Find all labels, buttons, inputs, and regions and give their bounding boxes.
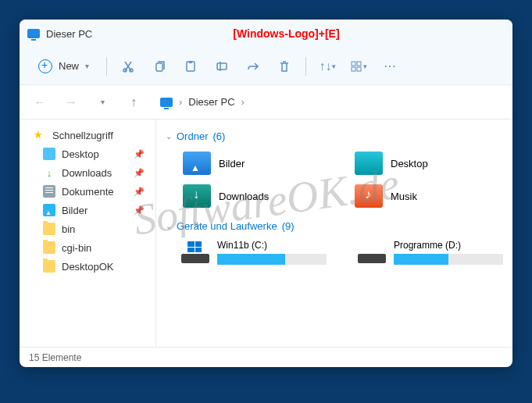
this-pc-icon — [27, 29, 40, 38]
svg-rect-4 — [189, 61, 192, 63]
sidebar-item-label: Bilder — [62, 205, 87, 216]
separator — [305, 57, 306, 76]
sort-button[interactable]: ↑↓▾ — [314, 53, 341, 80]
svg-rect-7 — [352, 62, 355, 66]
folder-bilder[interactable]: Bilder — [181, 150, 322, 177]
sidebar-quick-access[interactable]: ★ Schnellzugriff — [20, 126, 155, 144]
explorer-window: Dieser PC [Windows-Logo]+[E] New ▾ ↑↓▾ ▾… — [20, 20, 512, 367]
drive-usage-bar — [394, 254, 503, 265]
pin-icon: 📌 — [134, 187, 145, 197]
drive-icon — [358, 240, 386, 263]
star-icon: ★ — [34, 129, 46, 141]
sidebar-item-label: bin — [62, 223, 75, 235]
sidebar-item-label: Schnellzugriff — [52, 130, 113, 141]
content-area: ★ Schnellzugriff Desktop 📌 ↓ Downloads 📌… — [20, 119, 512, 347]
section-label: Ordner — [177, 130, 208, 142]
cut-button[interactable] — [115, 53, 141, 80]
back-button[interactable]: ← — [29, 91, 51, 113]
drive-c[interactable]: Win11b (C:) — [181, 240, 327, 265]
folder-label: Downloads — [219, 191, 269, 202]
chevron-right-icon: › — [179, 96, 182, 108]
sidebar-item-pictures[interactable]: Bilder 📌 — [20, 201, 155, 219]
this-pc-icon — [160, 98, 173, 107]
breadcrumb-location: Dieser PC — [188, 96, 234, 108]
sidebar-item-label: Desktop — [62, 148, 99, 160]
folder-downloads[interactable]: Downloads — [181, 183, 322, 209]
recent-dropdown[interactable]: ▾ — [91, 91, 113, 113]
section-label: Geräte und Laufwerke — [177, 220, 277, 232]
share-button[interactable] — [240, 53, 266, 80]
drive-label: Programme (D:) — [394, 240, 503, 251]
up-button[interactable]: ↑ — [123, 91, 145, 113]
separator — [106, 57, 107, 76]
drives-grid: Win11b (C:) Programme (D:) — [166, 237, 503, 265]
svg-rect-5 — [217, 63, 227, 70]
plus-icon — [38, 59, 52, 73]
folder-musik[interactable]: Musik — [353, 183, 494, 209]
folder-label: Desktop — [391, 158, 428, 169]
window-title: Dieser PC — [46, 28, 92, 40]
drive-usage-bar — [217, 254, 327, 265]
delete-button[interactable] — [271, 53, 298, 80]
music-folder-icon — [355, 184, 383, 208]
pictures-icon — [43, 204, 55, 216]
folder-icon — [43, 241, 55, 254]
rename-button[interactable] — [209, 53, 235, 80]
chevron-down-icon: ⌄ — [166, 222, 172, 230]
sidebar-item-label: Downloads — [62, 167, 112, 179]
section-folders-header[interactable]: ⌄ Ordner (6) — [166, 126, 503, 147]
forward-button[interactable]: → — [60, 91, 82, 113]
new-button[interactable]: New ▾ — [29, 55, 98, 78]
desktop-icon — [43, 148, 55, 160]
chevron-down-icon: ⌄ — [166, 132, 172, 141]
folders-grid: Bilder Desktop Downloads Musik — [166, 147, 503, 216]
sidebar-item-documents[interactable]: Dokumente 📌 — [20, 182, 155, 201]
more-button[interactable]: ⋯ — [377, 53, 403, 80]
section-count: (9) — [282, 220, 295, 232]
download-icon: ↓ — [43, 166, 55, 179]
sidebar-item-desktop[interactable]: Desktop 📌 — [20, 144, 155, 163]
folder-icon — [43, 223, 55, 235]
sidebar-item-cgi-bin[interactable]: cgi-bin — [20, 238, 155, 257]
folder-desktop[interactable]: Desktop — [353, 150, 494, 177]
pin-icon: 📌 — [134, 168, 145, 178]
svg-rect-10 — [357, 67, 361, 71]
drive-icon — [181, 240, 209, 263]
item-count: 15 Elemente — [29, 352, 81, 363]
desktop-folder-icon — [355, 152, 383, 175]
sidebar: ★ Schnellzugriff Desktop 📌 ↓ Downloads 📌… — [20, 119, 156, 347]
copy-button[interactable] — [146, 53, 173, 80]
main-pane: ⌄ Ordner (6) Bilder Desktop Downloads — [156, 119, 512, 347]
sidebar-item-label: Dokumente — [62, 186, 113, 198]
folder-label: Bilder — [219, 158, 245, 169]
folder-icon — [43, 260, 55, 273]
section-count: (6) — [212, 130, 225, 142]
hotkey-annotation: [Windows-Logo]+[E] — [233, 27, 339, 40]
breadcrumb[interactable]: › Dieser PC › — [160, 96, 245, 108]
section-drives-header[interactable]: ⌄ Geräte und Laufwerke (9) — [166, 216, 503, 237]
sidebar-item-downloads[interactable]: ↓ Downloads 📌 — [20, 163, 155, 182]
windows-icon — [187, 241, 202, 252]
paste-button[interactable] — [177, 53, 204, 80]
downloads-folder-icon — [183, 184, 211, 208]
svg-rect-9 — [352, 67, 355, 71]
pictures-folder-icon — [183, 152, 211, 175]
drive-label: Win11b (C:) — [217, 240, 327, 251]
toolbar: New ▾ ↑↓▾ ▾ ⋯ — [20, 48, 512, 85]
sidebar-item-bin[interactable]: bin — [20, 219, 155, 238]
sidebar-item-label: DesktopOK — [62, 261, 113, 273]
document-icon — [43, 185, 55, 198]
sidebar-item-desktopok[interactable]: DesktopOK — [20, 257, 155, 276]
chevron-down-icon: ▾ — [85, 62, 89, 70]
svg-rect-8 — [357, 62, 361, 66]
chevron-right-icon: › — [241, 96, 245, 108]
folder-label: Musik — [391, 191, 417, 202]
drive-d[interactable]: Programme (D:) — [358, 240, 503, 265]
view-button[interactable]: ▾ — [345, 53, 372, 80]
pin-icon: 📌 — [134, 205, 145, 216]
navbar: ← → ▾ ↑ › Dieser PC › — [20, 85, 512, 119]
titlebar: Dieser PC [Windows-Logo]+[E] — [20, 20, 512, 48]
statusbar: 15 Elemente — [20, 347, 512, 367]
new-button-label: New — [59, 60, 79, 72]
sidebar-item-label: cgi-bin — [62, 242, 91, 254]
